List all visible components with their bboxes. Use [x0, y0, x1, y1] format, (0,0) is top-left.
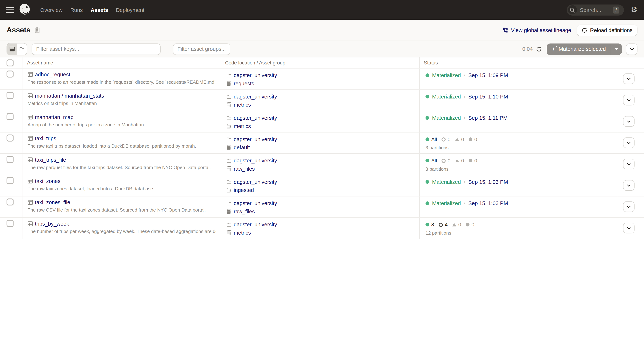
- asset-group-link[interactable]: metrics: [234, 102, 251, 108]
- code-location-link[interactable]: dagster_university: [234, 178, 277, 185]
- asset-group-icon: [226, 81, 232, 86]
- reload-definitions-button[interactable]: Reload definitions: [576, 24, 638, 36]
- asset-name-link[interactable]: manhattan / manhattan_stats: [35, 93, 104, 99]
- materialization-timestamp-link[interactable]: Sep 15, 1:11 PM: [468, 115, 508, 121]
- folder-icon: [226, 158, 232, 163]
- row-checkbox[interactable]: [6, 198, 14, 206]
- row-expand-button[interactable]: [623, 95, 634, 105]
- code-location-link[interactable]: dagster_university: [234, 221, 277, 227]
- materialized-dot-icon: [426, 116, 429, 120]
- asset-name-link[interactable]: adhoc_request: [35, 71, 70, 77]
- status-label: Materialized: [432, 200, 461, 206]
- row-checkbox[interactable]: [6, 156, 14, 163]
- search-placeholder: Search...: [580, 7, 613, 13]
- filter-asset-keys-input[interactable]: [32, 43, 160, 55]
- row-expand-button[interactable]: [623, 201, 634, 212]
- asset-group-link[interactable]: metrics: [234, 230, 251, 236]
- asset-table-icon: [28, 178, 33, 184]
- nav-item-assets[interactable]: Assets: [90, 5, 109, 14]
- asset-name-link[interactable]: taxi_trips_file: [35, 157, 66, 163]
- asset-group-link[interactable]: ingested: [234, 187, 254, 193]
- hamburger-menu-button[interactable]: [6, 7, 14, 13]
- missing-partitions-count: 0: [474, 136, 477, 142]
- asset-table-icon: [28, 200, 33, 205]
- select-all-checkbox[interactable]: [6, 59, 14, 66]
- row-expand-button[interactable]: [623, 223, 634, 233]
- dagster-logo[interactable]: [18, 2, 31, 17]
- asset-group-link[interactable]: default: [234, 144, 250, 150]
- materialization-timestamp-link[interactable]: Sep 15, 1:03 PM: [468, 179, 508, 185]
- status-partitioned: All 0 0 0 3 partitions: [426, 136, 618, 150]
- asset-table-icon: [28, 93, 33, 98]
- view-mode-toggle: [6, 43, 27, 55]
- code-location-link[interactable]: dagster_university: [234, 200, 277, 206]
- materialize-selected-button[interactable]: ✦ Materialize selected: [547, 43, 622, 55]
- asset-name-link[interactable]: taxi_trips: [35, 135, 56, 142]
- row-expand-button[interactable]: [623, 137, 634, 148]
- materialized-partitions-count: All: [431, 136, 437, 142]
- materialize-main[interactable]: ✦ Materialize selected: [547, 43, 611, 55]
- gear-icon[interactable]: ⚙: [631, 6, 638, 13]
- row-checkbox[interactable]: [6, 135, 14, 142]
- dagster-app: Overview Runs Assets Deployment Search..…: [0, 0, 644, 350]
- code-location-link[interactable]: dagster_university: [234, 115, 277, 121]
- asset-group-link[interactable]: requests: [234, 80, 254, 86]
- code-location-link[interactable]: dagster_university: [234, 136, 277, 142]
- row-checkbox[interactable]: [6, 71, 14, 78]
- overdue-partitions-count: 0: [461, 136, 464, 142]
- materialized-dot-icon: [426, 201, 429, 205]
- refresh-countdown-icon[interactable]: [536, 46, 542, 52]
- folder-view-button[interactable]: [17, 43, 27, 55]
- materialization-timestamp-link[interactable]: Sep 15, 1:10 PM: [468, 93, 508, 100]
- row-checkbox[interactable]: [6, 177, 14, 184]
- row-expand-button[interactable]: [623, 180, 634, 191]
- asset-group-link[interactable]: raw_files: [234, 208, 255, 214]
- row-checkbox[interactable]: [6, 113, 14, 120]
- toolbar-right-group: 0:04 ✦ Materialize selected: [522, 43, 637, 55]
- asset-name-link[interactable]: trips_by_week: [35, 221, 69, 227]
- status-materialized: Materialized Sep 15, 1:11 PM: [426, 115, 618, 122]
- toolbar-expand-button[interactable]: [626, 43, 638, 55]
- view-global-asset-lineage-link[interactable]: View global asset lineage: [503, 27, 571, 33]
- materialization-timestamp-link[interactable]: Sep 15, 1:09 PM: [468, 72, 508, 78]
- code-location-link[interactable]: dagster_university: [234, 93, 277, 99]
- table-row: manhattan / manhattan_stats Metrics on t…: [0, 90, 644, 111]
- asset-group-link[interactable]: metrics: [234, 123, 251, 129]
- search-input[interactable]: Search... /: [567, 4, 624, 15]
- nav-item-deployment[interactable]: Deployment: [115, 5, 145, 14]
- overdue-partitions-count: 0: [461, 158, 464, 164]
- asset-name-link[interactable]: taxi_zones: [35, 178, 60, 184]
- nav-item-runs[interactable]: Runs: [70, 5, 84, 14]
- list-view-button[interactable]: [7, 43, 17, 55]
- asset-table-icon: [28, 72, 33, 77]
- row-checkbox[interactable]: [6, 220, 14, 227]
- filter-asset-groups-input[interactable]: [173, 43, 230, 55]
- overdue-partitions-count: 0: [458, 222, 461, 227]
- asset-name-link[interactable]: taxi_zones_file: [35, 199, 70, 205]
- chevron-down-icon: [627, 120, 631, 123]
- code-location-link[interactable]: dagster_university: [234, 157, 277, 164]
- screen: Overview Runs Assets Deployment Search..…: [0, 0, 644, 350]
- code-location-link[interactable]: dagster_university: [234, 72, 277, 78]
- status-materialized: Materialized Sep 15, 1:03 PM: [426, 178, 618, 185]
- row-expand-button[interactable]: [623, 116, 634, 127]
- row-expand-button[interactable]: [623, 73, 634, 84]
- materialized-dot-icon: [426, 95, 429, 98]
- asset-name-link[interactable]: manhattan_map: [35, 114, 74, 120]
- row-checkbox[interactable]: [6, 92, 14, 99]
- chevron-down-icon: [630, 47, 634, 51]
- primary-nav: Overview Runs Assets Deployment: [40, 5, 145, 14]
- column-header-asset-name: Asset name: [27, 60, 53, 66]
- partitions-total-label: 12 partitions: [426, 230, 618, 235]
- top-nav: Overview Runs Assets Deployment Search..…: [0, 0, 644, 20]
- row-expand-button[interactable]: [623, 159, 634, 170]
- asset-group-link[interactable]: raw_files: [234, 166, 255, 172]
- materialized-dot-icon: [426, 180, 429, 184]
- chevron-down-icon: [627, 184, 631, 187]
- separator-dot-icon: [464, 96, 465, 97]
- nav-item-overview[interactable]: Overview: [40, 5, 64, 14]
- clipboard-icon[interactable]: [34, 27, 40, 33]
- materialize-dropdown-caret[interactable]: [611, 43, 622, 55]
- materialization-timestamp-link[interactable]: Sep 15, 1:03 PM: [468, 200, 508, 206]
- status-partitioned: 8 4 0 0 12 partitions: [426, 221, 618, 235]
